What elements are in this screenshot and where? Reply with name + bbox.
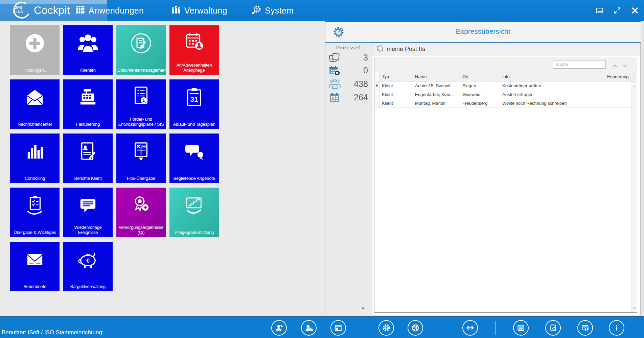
prozesse-item-postits[interactable]: 3 bbox=[325, 52, 372, 64]
postits-table: Typ Name Ort Info Erinnerung Klient Anni… bbox=[374, 72, 637, 312]
handbook-gear-icon[interactable] bbox=[545, 320, 561, 336]
window-layout-icon[interactable] bbox=[330, 320, 346, 336]
tile-label: Klienten bbox=[64, 68, 112, 73]
add-plus-icon bbox=[10, 26, 60, 61]
fullscreen-icon[interactable] bbox=[613, 6, 622, 15]
scroll-up-icon[interactable] bbox=[633, 83, 636, 89]
cell-ort: Freudenberg bbox=[460, 99, 500, 107]
menu-verwaltung[interactable]: Verwaltung bbox=[172, 0, 227, 21]
postit-note-icon bbox=[376, 44, 384, 54]
checklist-icon: 1 bbox=[116, 80, 166, 111]
express-header: Expressübersicht bbox=[325, 21, 641, 43]
user-tools-icon[interactable] bbox=[301, 320, 317, 336]
prozesse-panel: Prozesse 3 0 bbox=[325, 43, 372, 316]
cell-info: Kostenträger prüfen bbox=[500, 81, 605, 90]
tile-label: Wiedervorlage Ereignisse bbox=[64, 225, 112, 235]
news-icon[interactable]: NEWS bbox=[513, 320, 529, 336]
menu-label: System bbox=[265, 6, 294, 16]
tile-foerder-entwicklungsplaene[interactable]: 1 Förder- und Entwicklungspläne / SIS bbox=[116, 79, 166, 129]
hand-clipboard-icon bbox=[10, 188, 60, 223]
prozesse-count: 264 bbox=[354, 93, 368, 102]
tile-controlling[interactable]: Controlling bbox=[10, 134, 60, 183]
menu-anwendungen[interactable]: Anwendungen bbox=[76, 0, 144, 21]
apps-grid-icon bbox=[76, 5, 85, 16]
license-certificate-icon[interactable] bbox=[577, 320, 593, 336]
postits-panel: meine Post Its Typ Name Ort Info Erinner… bbox=[372, 43, 641, 315]
prozesse-count: 3 bbox=[363, 53, 368, 63]
document-edit-icon bbox=[116, 26, 166, 61]
resize-horizontal-icon[interactable] bbox=[462, 320, 478, 336]
tile-ablauf-tagesplan[interactable]: 31 Ablauf- und Tagesplan bbox=[169, 79, 219, 129]
postits-header: meine Post Its bbox=[372, 43, 640, 55]
chevron-up-icon[interactable] bbox=[613, 63, 617, 69]
column-header-ort[interactable]: Ort bbox=[460, 72, 500, 81]
lifeplus-logo-icon: LIFE PLUS bbox=[9, 1, 31, 20]
restore-window-icon[interactable] bbox=[595, 6, 604, 15]
postits-toolbar bbox=[374, 57, 637, 73]
books-icon bbox=[172, 5, 181, 16]
care-grade-icon bbox=[169, 188, 219, 223]
menu-label: Anwendungen bbox=[89, 6, 144, 16]
tile-nachrichtencenter[interactable]: Nachrichtencenter bbox=[10, 79, 60, 129]
globe-icon[interactable] bbox=[408, 320, 423, 336]
table-header-row: Typ Name Ort Info Erinnerung bbox=[374, 72, 637, 81]
tile-serienbriefe[interactable]: Serienbriefe bbox=[10, 242, 60, 291]
prozesse-item-termine[interactable]: 264 bbox=[325, 92, 372, 104]
chevron-down-icon[interactable] bbox=[623, 63, 627, 69]
prozesse-item-absagen[interactable]: 0 bbox=[325, 65, 372, 77]
right-margin bbox=[641, 21, 644, 316]
tile-dokumentenmanagement[interactable]: Dokumentenmanagement bbox=[116, 25, 166, 75]
tile-begleitende-angebote[interactable]: Begleitende Angebote bbox=[169, 134, 219, 183]
tile-label: Controlling bbox=[11, 176, 59, 181]
info-icon[interactable] bbox=[609, 320, 624, 336]
tile-pflegegradermittlung[interactable]: Pflegegradermittlung bbox=[169, 188, 219, 237]
prozesse-item-klienten[interactable]: 438 bbox=[325, 78, 372, 91]
tile-label: Versorgungsergebnisse (Qi) bbox=[117, 225, 165, 235]
people-group-icon bbox=[329, 79, 341, 91]
tile-label: Förder- und Entwicklungspläne / SIS bbox=[117, 117, 165, 127]
fibu-transfer-icon: S H bbox=[116, 134, 166, 169]
cell-ort: Siegen bbox=[460, 81, 500, 90]
close-icon[interactable] bbox=[630, 6, 639, 15]
column-header-name[interactable]: Name bbox=[413, 72, 460, 81]
tile-berichte-klient[interactable]: Berichte Klient bbox=[63, 134, 113, 183]
prozesse-count: 438 bbox=[354, 79, 368, 89]
table-scrollbar[interactable] bbox=[631, 81, 637, 312]
tile-versorgungsergebnisse[interactable]: Versorgungsergebnisse (Qi) bbox=[116, 188, 166, 237]
tile-fakturierung[interactable]: Fakturierung bbox=[63, 79, 113, 129]
svg-text:NEWS: NEWS bbox=[519, 326, 523, 328]
tile-bargeldverwaltung[interactable]: € Bargeldverwaltung bbox=[63, 242, 113, 291]
postits-content: Typ Name Ort Info Erinnerung Klient Anni… bbox=[374, 57, 637, 313]
express-title: Expressübersicht bbox=[325, 27, 641, 35]
column-header-typ[interactable]: Typ bbox=[380, 72, 413, 81]
tile-label: Fakturierung bbox=[64, 122, 112, 127]
collapse-left-icon[interactable] bbox=[357, 45, 361, 51]
toolbar-divider bbox=[496, 321, 496, 335]
search-input[interactable] bbox=[553, 60, 606, 69]
tile-fibu-uebergabe[interactable]: S H Fibu-Übergabe bbox=[116, 134, 166, 183]
scroll-down-icon[interactable] bbox=[633, 304, 636, 310]
tile-label: An/Abwesenheiten Altenpflege bbox=[170, 63, 218, 73]
column-header-erinnerung[interactable]: Erinnerung bbox=[605, 72, 634, 81]
settings-gear-icon[interactable] bbox=[378, 320, 394, 336]
cell-erinnerung bbox=[605, 90, 634, 99]
tile-hinzufuegen[interactable]: Hinzufügen... bbox=[10, 25, 60, 75]
row-selector-arrow bbox=[376, 84, 378, 87]
cell-name: Montag, Marion bbox=[413, 99, 460, 107]
tile-klienten[interactable]: Klienten bbox=[63, 25, 113, 75]
menu-system[interactable]: System bbox=[252, 0, 294, 21]
column-header-info[interactable]: Info bbox=[500, 72, 605, 81]
tile-label: Fibu-Übergabe bbox=[117, 176, 165, 181]
table-row[interactable]: Klient Eugenfärber, Klau... Geisweid Aus… bbox=[374, 90, 637, 99]
tile-label: Übergabe & Wichtiges bbox=[11, 230, 59, 235]
user-switch-icon[interactable] bbox=[271, 320, 287, 336]
table-row[interactable]: Klient Annies15, Svennil... Siegen Koste… bbox=[374, 81, 637, 90]
app-title: Cockpit bbox=[34, 4, 70, 17]
tile-wiedervorlage-ereignisse[interactable]: Wiedervorlage Ereignisse bbox=[63, 188, 113, 237]
cell-erinnerung bbox=[605, 99, 634, 107]
tile-uebergabe-wichtiges[interactable]: Übergabe & Wichtiges bbox=[10, 188, 60, 237]
scroll-down-icon[interactable] bbox=[361, 308, 365, 310]
tile-an-abwesenheiten[interactable]: An/Abwesenheiten Altenpflege bbox=[169, 25, 219, 75]
user-status-text: Benutzer: iSoft / ISO Stammeinrichtung: bbox=[2, 329, 104, 336]
table-row[interactable]: Klient Montag, Marion Freudenberg Wollte… bbox=[374, 99, 637, 108]
